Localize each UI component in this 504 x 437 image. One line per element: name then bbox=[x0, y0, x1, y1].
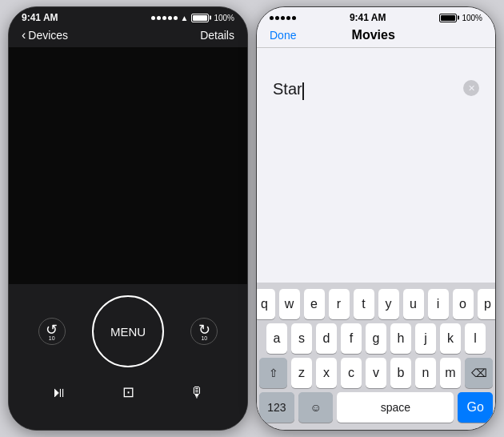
signal-1 bbox=[151, 16, 178, 20]
text-cursor bbox=[302, 82, 304, 100]
play-pause-icon: ⏯ bbox=[52, 384, 66, 401]
nav-bar-1: ‹ Devices Details bbox=[9, 25, 247, 47]
time-1: 9:41 AM bbox=[22, 12, 58, 23]
battery-pct-1: 100% bbox=[214, 14, 234, 22]
controls-row-1: ↺ 10 MENU ↻ 10 bbox=[25, 295, 231, 367]
tv-screen bbox=[9, 47, 247, 284]
key-g[interactable]: g bbox=[366, 323, 386, 354]
key-p[interactable]: p bbox=[478, 289, 497, 319]
key-row-4: 123 ☺ space Go bbox=[259, 392, 493, 423]
status-bar-2: 9:41 AM 100% bbox=[257, 7, 495, 25]
shift-key[interactable]: ⇧ bbox=[259, 358, 287, 388]
menu-btn[interactable]: MENU bbox=[92, 295, 164, 367]
key-d[interactable]: d bbox=[316, 323, 337, 354]
chevron-left-icon: ‹ bbox=[22, 28, 26, 42]
key-q[interactable]: q bbox=[256, 289, 275, 319]
key-y[interactable]: y bbox=[378, 289, 399, 319]
key-c[interactable]: c bbox=[341, 358, 362, 388]
key-t[interactable]: t bbox=[354, 289, 374, 319]
tv-btn[interactable]: ⊡ bbox=[113, 377, 143, 407]
time-2: 9:41 AM bbox=[350, 12, 386, 23]
key-j[interactable]: j bbox=[415, 323, 436, 354]
key-z[interactable]: z bbox=[291, 358, 312, 388]
key-u[interactable]: u bbox=[403, 289, 424, 319]
key-h[interactable]: h bbox=[390, 323, 411, 354]
battery-1 bbox=[191, 14, 209, 22]
delete-key[interactable]: ⌫ bbox=[465, 358, 493, 388]
skip-forward-btn[interactable]: ↻ 10 bbox=[190, 318, 218, 345]
search-input: Star bbox=[273, 80, 302, 98]
details-btn[interactable]: Details bbox=[200, 29, 234, 42]
space-key[interactable]: space bbox=[337, 392, 454, 423]
key-n[interactable]: n bbox=[415, 358, 436, 388]
key-k[interactable]: k bbox=[440, 323, 461, 354]
nav-bar-2: Done Movies bbox=[257, 25, 495, 48]
key-s[interactable]: s bbox=[291, 323, 312, 354]
key-r[interactable]: r bbox=[329, 289, 350, 319]
phone-keyboard: 9:41 AM 100% Done Movies Star ✕ q w e r … bbox=[256, 6, 496, 431]
clear-btn[interactable]: ✕ bbox=[463, 80, 479, 96]
nav-title-2: Movies bbox=[352, 28, 395, 42]
key-v[interactable]: v bbox=[366, 358, 386, 388]
remote-controls: ↺ 10 MENU ↻ 10 ⏯ ⊡ 🎙 bbox=[9, 284, 247, 430]
tv-icon: ⊡ bbox=[122, 383, 134, 401]
key-m[interactable]: m bbox=[440, 358, 461, 388]
key-a[interactable]: a bbox=[266, 323, 287, 354]
wifi-icon: ▲ bbox=[181, 14, 189, 22]
status-right-1: ▲ 100% bbox=[151, 14, 234, 22]
key-row-2: a s d f g h j k l bbox=[259, 323, 493, 354]
battery-2 bbox=[439, 14, 457, 22]
done-btn[interactable]: Done bbox=[270, 29, 296, 42]
phone-remote: 9:41 AM ▲ 100% ‹ Devices Details bbox=[8, 6, 248, 431]
mic-icon: 🎙 bbox=[190, 384, 204, 401]
search-area[interactable]: Star ✕ bbox=[257, 48, 495, 283]
key-i[interactable]: i bbox=[428, 289, 449, 319]
key-b[interactable]: b bbox=[390, 358, 411, 388]
key-row-1: q w e r t y u i o p bbox=[259, 289, 493, 319]
play-pause-btn[interactable]: ⏯ bbox=[44, 377, 74, 407]
emoji-key[interactable]: ☺ bbox=[298, 392, 334, 423]
keyboard: q w e r t y u i o p a s d f g h j k l ⇧ bbox=[257, 283, 495, 430]
key-row-3: ⇧ z x c v b n m ⌫ bbox=[259, 358, 493, 388]
status-bar-1: 9:41 AM ▲ 100% bbox=[9, 7, 247, 25]
mic-btn[interactable]: 🎙 bbox=[182, 377, 212, 407]
signal-2 bbox=[270, 16, 296, 20]
nav-back-1[interactable]: ‹ Devices bbox=[22, 28, 68, 42]
key-e[interactable]: e bbox=[304, 289, 325, 319]
controls-row-2: ⏯ ⊡ 🎙 bbox=[25, 377, 231, 407]
key-o[interactable]: o bbox=[453, 289, 474, 319]
key-l[interactable]: l bbox=[465, 323, 486, 354]
back-label-1: Devices bbox=[28, 29, 68, 42]
key-w[interactable]: w bbox=[279, 289, 300, 319]
status-right-2: 100% bbox=[439, 14, 482, 22]
menu-label: MENU bbox=[110, 325, 146, 339]
key-f[interactable]: f bbox=[341, 323, 362, 354]
skip-back-btn[interactable]: ↺ 10 bbox=[38, 318, 66, 345]
key-x[interactable]: x bbox=[316, 358, 337, 388]
go-key[interactable]: Go bbox=[458, 392, 493, 423]
search-text-display: Star bbox=[273, 80, 304, 100]
battery-pct-2: 100% bbox=[462, 14, 482, 22]
num-key[interactable]: 123 bbox=[259, 392, 294, 423]
